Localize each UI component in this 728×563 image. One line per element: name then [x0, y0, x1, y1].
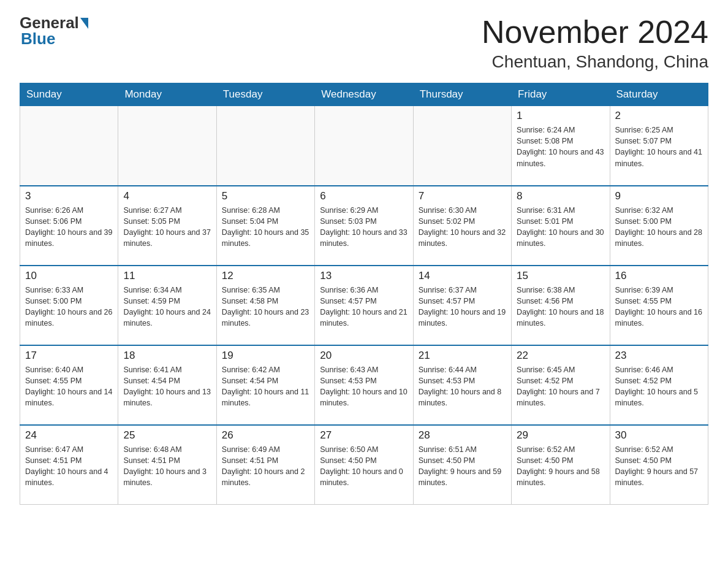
day-number: 15: [517, 270, 604, 282]
table-row: 28Sunrise: 6:51 AMSunset: 4:50 PMDayligh…: [413, 425, 511, 505]
calendar-week-row: 10Sunrise: 6:33 AMSunset: 5:00 PMDayligh…: [20, 266, 708, 345]
day-number: 18: [123, 350, 211, 362]
logo-general-text: General: [20, 15, 79, 31]
day-info: Sunrise: 6:42 AMSunset: 4:54 PMDaylight:…: [222, 364, 309, 409]
day-info: Sunrise: 6:25 AMSunset: 5:07 PMDaylight:…: [615, 124, 703, 169]
day-info: Sunrise: 6:40 AMSunset: 4:55 PMDaylight:…: [25, 364, 113, 409]
day-number: 23: [615, 350, 703, 362]
table-row: 18Sunrise: 6:41 AMSunset: 4:54 PMDayligh…: [118, 345, 216, 425]
day-info: Sunrise: 6:48 AMSunset: 4:51 PMDaylight:…: [123, 444, 211, 489]
day-info: Sunrise: 6:28 AMSunset: 5:04 PMDaylight:…: [222, 205, 309, 250]
table-row: 21Sunrise: 6:44 AMSunset: 4:53 PMDayligh…: [413, 345, 511, 425]
table-row: 15Sunrise: 6:38 AMSunset: 4:56 PMDayligh…: [512, 266, 610, 345]
table-row: 22Sunrise: 6:45 AMSunset: 4:52 PMDayligh…: [512, 345, 610, 425]
col-thursday: Thursday: [413, 83, 511, 106]
table-row: 6Sunrise: 6:29 AMSunset: 5:03 PMDaylight…: [315, 186, 413, 266]
col-saturday: Saturday: [610, 83, 708, 106]
day-info: Sunrise: 6:52 AMSunset: 4:50 PMDaylight:…: [615, 444, 703, 489]
calendar-week-row: 17Sunrise: 6:40 AMSunset: 4:55 PMDayligh…: [20, 345, 708, 425]
table-row: 23Sunrise: 6:46 AMSunset: 4:52 PMDayligh…: [610, 345, 708, 425]
page-header: General Blue November 2024 Chentuan, Sha…: [20, 15, 708, 72]
day-info: Sunrise: 6:47 AMSunset: 4:51 PMDaylight:…: [25, 444, 113, 489]
day-number: 7: [419, 190, 506, 202]
col-sunday: Sunday: [20, 83, 118, 106]
table-row: 2Sunrise: 6:25 AMSunset: 5:07 PMDaylight…: [610, 106, 708, 186]
table-row: 13Sunrise: 6:36 AMSunset: 4:57 PMDayligh…: [315, 266, 413, 345]
table-row: 1Sunrise: 6:24 AMSunset: 5:08 PMDaylight…: [512, 106, 610, 186]
day-info: Sunrise: 6:49 AMSunset: 4:51 PMDaylight:…: [222, 444, 309, 489]
logo-arrow-icon: [80, 18, 88, 29]
calendar-week-row: 3Sunrise: 6:26 AMSunset: 5:06 PMDaylight…: [20, 186, 708, 266]
day-number: 10: [25, 270, 113, 282]
day-number: 20: [320, 350, 408, 362]
day-info: Sunrise: 6:50 AMSunset: 4:50 PMDaylight:…: [320, 444, 408, 489]
logo-top: General: [20, 15, 88, 31]
table-row: [20, 106, 118, 186]
table-row: 7Sunrise: 6:30 AMSunset: 5:02 PMDaylight…: [413, 186, 511, 266]
table-row: 12Sunrise: 6:35 AMSunset: 4:58 PMDayligh…: [216, 266, 314, 345]
table-row: 16Sunrise: 6:39 AMSunset: 4:55 PMDayligh…: [610, 266, 708, 345]
day-info: Sunrise: 6:29 AMSunset: 5:03 PMDaylight:…: [320, 205, 408, 250]
day-info: Sunrise: 6:51 AMSunset: 4:50 PMDaylight:…: [419, 444, 506, 489]
col-monday: Monday: [118, 83, 216, 106]
table-row: 8Sunrise: 6:31 AMSunset: 5:01 PMDaylight…: [512, 186, 610, 266]
day-number: 24: [25, 429, 113, 442]
day-number: 29: [517, 429, 604, 442]
table-row: [315, 106, 413, 186]
table-row: 24Sunrise: 6:47 AMSunset: 4:51 PMDayligh…: [20, 425, 118, 505]
day-info: Sunrise: 6:43 AMSunset: 4:53 PMDaylight:…: [320, 364, 408, 409]
day-number: 13: [320, 270, 408, 282]
day-number: 3: [25, 190, 113, 202]
day-number: 25: [123, 429, 211, 442]
col-wednesday: Wednesday: [315, 83, 413, 106]
day-number: 17: [25, 350, 113, 362]
calendar-week-row: 1Sunrise: 6:24 AMSunset: 5:08 PMDaylight…: [20, 106, 708, 186]
day-number: 6: [320, 190, 408, 202]
table-row: 14Sunrise: 6:37 AMSunset: 4:57 PMDayligh…: [413, 266, 511, 345]
day-number: 27: [320, 429, 408, 442]
table-row: 3Sunrise: 6:26 AMSunset: 5:06 PMDaylight…: [20, 186, 118, 266]
day-info: Sunrise: 6:39 AMSunset: 4:55 PMDaylight:…: [615, 285, 703, 329]
table-row: 4Sunrise: 6:27 AMSunset: 5:05 PMDaylight…: [118, 186, 216, 266]
calendar-table: Sunday Monday Tuesday Wednesday Thursday…: [20, 83, 708, 505]
table-row: [118, 106, 216, 186]
day-number: 30: [615, 429, 703, 442]
calendar-header-row: Sunday Monday Tuesday Wednesday Thursday…: [20, 83, 708, 106]
table-row: 30Sunrise: 6:52 AMSunset: 4:50 PMDayligh…: [610, 425, 708, 505]
day-info: Sunrise: 6:44 AMSunset: 4:53 PMDaylight:…: [419, 364, 506, 409]
title-block: November 2024 Chentuan, Shandong, China: [482, 15, 708, 72]
day-info: Sunrise: 6:38 AMSunset: 4:56 PMDaylight:…: [517, 285, 604, 329]
day-info: Sunrise: 6:26 AMSunset: 5:06 PMDaylight:…: [25, 205, 113, 250]
table-row: 10Sunrise: 6:33 AMSunset: 5:00 PMDayligh…: [20, 266, 118, 345]
table-row: 11Sunrise: 6:34 AMSunset: 4:59 PMDayligh…: [118, 266, 216, 345]
day-number: 2: [615, 110, 703, 122]
day-number: 14: [419, 270, 506, 282]
calendar-week-row: 24Sunrise: 6:47 AMSunset: 4:51 PMDayligh…: [20, 425, 708, 505]
day-number: 22: [517, 350, 604, 362]
day-info: Sunrise: 6:45 AMSunset: 4:52 PMDaylight:…: [517, 364, 604, 409]
day-number: 21: [419, 350, 506, 362]
day-number: 16: [615, 270, 703, 282]
day-number: 12: [222, 270, 309, 282]
col-friday: Friday: [512, 83, 610, 106]
day-info: Sunrise: 6:52 AMSunset: 4:50 PMDaylight:…: [517, 444, 604, 489]
day-number: 28: [419, 429, 506, 442]
day-number: 19: [222, 350, 309, 362]
day-number: 26: [222, 429, 309, 442]
day-number: 5: [222, 190, 309, 202]
day-info: Sunrise: 6:46 AMSunset: 4:52 PMDaylight:…: [615, 364, 703, 409]
table-row: 26Sunrise: 6:49 AMSunset: 4:51 PMDayligh…: [216, 425, 314, 505]
calendar-subtitle: Chentuan, Shandong, China: [482, 52, 708, 72]
day-info: Sunrise: 6:30 AMSunset: 5:02 PMDaylight:…: [419, 205, 506, 250]
day-number: 8: [517, 190, 604, 202]
table-row: 19Sunrise: 6:42 AMSunset: 4:54 PMDayligh…: [216, 345, 314, 425]
day-info: Sunrise: 6:35 AMSunset: 4:58 PMDaylight:…: [222, 285, 309, 329]
logo-blue-text: Blue: [21, 29, 55, 48]
table-row: 29Sunrise: 6:52 AMSunset: 4:50 PMDayligh…: [512, 425, 610, 505]
table-row: 9Sunrise: 6:32 AMSunset: 5:00 PMDaylight…: [610, 186, 708, 266]
table-row: 5Sunrise: 6:28 AMSunset: 5:04 PMDaylight…: [216, 186, 314, 266]
logo: General Blue: [20, 15, 88, 48]
table-row: 25Sunrise: 6:48 AMSunset: 4:51 PMDayligh…: [118, 425, 216, 505]
day-info: Sunrise: 6:41 AMSunset: 4:54 PMDaylight:…: [123, 364, 211, 409]
table-row: [216, 106, 314, 186]
